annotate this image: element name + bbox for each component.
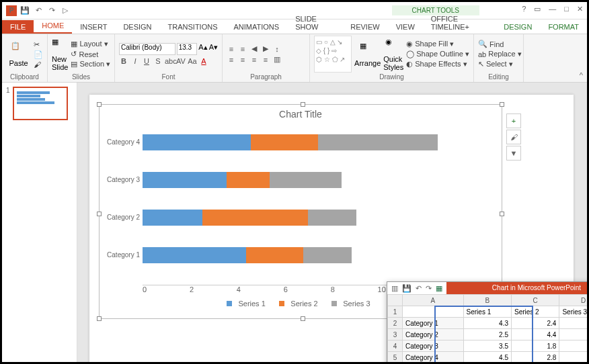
arrange-button[interactable]: ▦Arrange	[354, 36, 381, 73]
redo-icon[interactable]: ↷	[46, 5, 57, 16]
spacing-button[interactable]: AV	[176, 57, 186, 65]
help-icon[interactable]: ?	[522, 5, 526, 13]
align-left-icon[interactable]: ≡	[227, 56, 236, 64]
cut-icon[interactable]: ✂	[34, 40, 43, 49]
replace-button[interactable]: abReplace ▾	[478, 50, 522, 58]
tab-slideshow[interactable]: SLIDE SHOW	[287, 12, 342, 34]
find-button[interactable]: 🔍Find	[478, 40, 522, 48]
align-center-icon[interactable]: ≡	[238, 56, 247, 64]
columns-icon[interactable]: ▥	[272, 55, 282, 64]
slide-thumbnail[interactable]	[13, 87, 68, 120]
tab-review[interactable]: REVIEW	[342, 20, 387, 34]
group-paragraph: Paragraph	[227, 73, 305, 81]
strike-button[interactable]: S	[153, 57, 163, 65]
tab-home[interactable]: HOME	[34, 19, 72, 34]
group-font: Font	[119, 73, 218, 81]
grow-font-icon[interactable]: A▴	[198, 43, 207, 55]
shape-effects-button[interactable]: ◐Shape Effects ▾	[406, 60, 469, 69]
save-icon[interactable]: 💾	[19, 5, 30, 16]
copy-icon[interactable]: 📄	[34, 50, 43, 59]
group-slides: Slides	[52, 73, 110, 81]
undo-icon[interactable]: ↶	[33, 5, 44, 16]
powerpoint-icon: P	[6, 5, 17, 16]
chart-styles-button[interactable]: 🖌	[506, 130, 521, 144]
collapse-ribbon-icon[interactable]: ^	[580, 71, 583, 79]
tab-timeline[interactable]: OFFICE TIMELINE+	[423, 12, 496, 34]
chart-elements-button[interactable]: +	[506, 113, 521, 128]
tab-file[interactable]: FILE	[2, 20, 34, 34]
ds-undo-icon[interactable]: ↶	[416, 284, 422, 293]
section-button[interactable]: ▤Section ▾	[71, 60, 110, 69]
group-editing: Editing	[478, 73, 519, 81]
align-right-icon[interactable]: ≡	[249, 56, 259, 64]
font-color-button[interactable]: A	[199, 57, 208, 65]
tab-chart-format[interactable]: FORMAT	[540, 20, 587, 34]
line-spacing-icon[interactable]: ↕	[272, 45, 282, 53]
ds-title: Chart in Microsoft PowerPoint	[446, 282, 587, 294]
tab-chart-design[interactable]: DESIGN	[496, 20, 540, 34]
ds-redo-icon[interactable]: ↷	[426, 284, 432, 293]
shadow-button[interactable]: abc	[165, 57, 174, 65]
reset-button[interactable]: ↺Reset	[71, 50, 110, 58]
numbering-icon[interactable]: ≡	[238, 45, 247, 53]
new-slide-button[interactable]: ▦New Slide	[52, 36, 68, 73]
shape-fill-button[interactable]: ◉Shape Fill ▾	[406, 40, 469, 48]
tab-transitions[interactable]: TRANSITIONS	[160, 20, 226, 34]
bullets-icon[interactable]: ≡	[227, 45, 236, 53]
ds-chart-icon[interactable]: ▥	[391, 284, 398, 293]
layout-button[interactable]: ▦Layout ▾	[71, 40, 110, 48]
shrink-font-icon[interactable]: A▾	[209, 43, 218, 55]
chart-filters-button[interactable]: ▼	[506, 146, 521, 161]
maximize-icon[interactable]: □	[564, 5, 569, 13]
tab-design[interactable]: DESIGN	[115, 20, 159, 34]
data-grid[interactable]: ABCDEF1Series 1Series 2Series 32Category…	[387, 294, 587, 362]
group-clipboard: Clipboard	[6, 73, 43, 81]
shapes-gallery[interactable]: ▭ ○ △ ↘◇ { } ⇨⬡ ☆ ⬠ ↗	[314, 36, 352, 73]
indent-dec-icon[interactable]: ◀	[249, 44, 259, 53]
shape-outline-button[interactable]: ◯Shape Outline ▾	[406, 50, 469, 58]
indent-inc-icon[interactable]: ▶	[261, 44, 270, 53]
paste-button[interactable]: 📋Paste	[6, 36, 31, 73]
quick-styles-button[interactable]: ◉Quick Styles	[383, 36, 403, 73]
slideshow-icon[interactable]: ▷	[60, 5, 71, 16]
tab-insert[interactable]: INSERT	[72, 20, 115, 34]
case-button[interactable]: Aa	[188, 57, 197, 65]
ds-excel-icon[interactable]: ▦	[436, 284, 442, 293]
font-size-combo[interactable]: 13.3	[177, 43, 198, 55]
ribbon-tabs: FILE HOME INSERT DESIGN TRANSITIONS ANIM…	[2, 19, 587, 34]
justify-icon[interactable]: ≡	[261, 56, 270, 64]
chart-plot-area[interactable]: Category 4Category 3Category 2Category 1	[143, 124, 488, 285]
minimize-icon[interactable]: —	[549, 5, 556, 13]
format-painter-icon[interactable]: 🖌	[34, 60, 43, 69]
tab-animations[interactable]: ANIMATIONS	[226, 20, 288, 34]
chart-data-sheet[interactable]: ▥ 💾 ↶ ↷ ▦ Chart in Microsoft PowerPoint …	[387, 281, 587, 362]
chart-title[interactable]: Chart Title	[100, 105, 502, 124]
ribbon-opts-icon[interactable]: ▭	[534, 5, 541, 13]
italic-button[interactable]: I	[130, 57, 140, 65]
bold-button[interactable]: B	[119, 57, 128, 65]
thumb-number: 1	[6, 87, 10, 120]
group-drawing: Drawing	[314, 73, 469, 81]
select-button[interactable]: ↖Select ▾	[478, 60, 522, 69]
underline-button[interactable]: U	[142, 57, 151, 65]
ds-save-icon[interactable]: 💾	[402, 284, 411, 293]
close-icon[interactable]: ✕	[577, 5, 583, 13]
font-name-combo[interactable]: Calibri (Body)	[119, 43, 175, 55]
tab-view[interactable]: VIEW	[388, 20, 423, 34]
